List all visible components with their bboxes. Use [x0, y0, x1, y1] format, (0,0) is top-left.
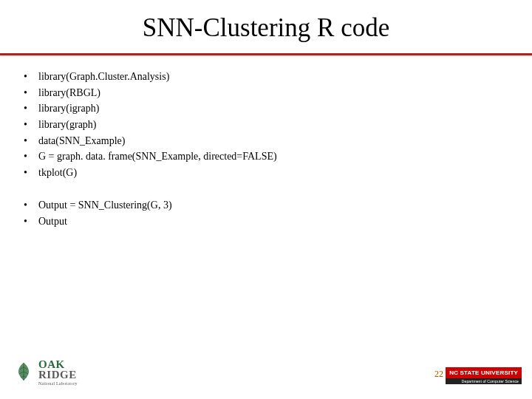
oak-logo-sub: National Laboratory — [38, 381, 78, 386]
bullet-item: • library(graph) — [22, 117, 510, 133]
content-area: • library(Graph.Cluster.Analysis) • libr… — [0, 55, 532, 229]
bullet-text: G = graph. data. frame(SNN_Example, dire… — [38, 149, 510, 165]
page-number: 22 — [434, 369, 443, 380]
bullet-text: library(Graph.Cluster.Analysis) — [38, 69, 510, 85]
bullet-dot-icon: • — [22, 85, 38, 101]
bullet-text: data(SNN_Example) — [38, 133, 510, 149]
oak-ridge-logo: OAK RIDGE National Laboratory — [13, 359, 78, 386]
bullet-item: • Output — [22, 214, 510, 230]
nc-state-sub: Department of Computer Science — [446, 378, 522, 384]
bullet-item: • library(igraph) — [22, 100, 510, 117]
bullet-dot-icon: • — [22, 100, 38, 117]
bullet-dot-icon: • — [22, 197, 38, 214]
bullet-dot-icon: • — [22, 214, 38, 230]
oak-ridge-text: OAK RIDGE National Laboratory — [38, 359, 78, 386]
bullet-text: Output = SNN_Clustering(G, 3) — [38, 197, 510, 214]
bullet-dot-icon: • — [22, 149, 38, 165]
bullet-text: Output — [38, 214, 510, 230]
bullet-item: • G = graph. data. frame(SNN_Example, di… — [22, 149, 510, 165]
bullet-item: • data(SNN_Example) — [22, 133, 510, 149]
slide: SNN-Clustering R code • library(Graph.Cl… — [0, 0, 532, 399]
nc-state-main: NC STATE UNIVERSITY — [446, 367, 522, 378]
nc-state-logo: NC STATE UNIVERSITY Department of Comput… — [446, 367, 522, 384]
bullet-item: • library(Graph.Cluster.Analysis) — [22, 69, 510, 85]
bullet-text: library(graph) — [38, 117, 510, 133]
bullet-dot-icon: • — [22, 165, 38, 181]
bullet-item: • tkplot(G) — [22, 165, 510, 181]
spacer — [22, 181, 510, 197]
bullet-item: • library(RBGL) — [22, 85, 510, 101]
bullet-dot-icon: • — [22, 117, 38, 133]
slide-title: SNN-Clustering R code — [0, 0, 532, 50]
bullet-dot-icon: • — [22, 133, 38, 149]
bullet-dot-icon: • — [22, 69, 38, 85]
bullet-text: tkplot(G) — [38, 165, 510, 181]
footer: OAK RIDGE National Laboratory 22 NC STAT… — [0, 350, 532, 390]
oak-leaf-icon — [13, 361, 34, 383]
bullet-item: • Output = SNN_Clustering(G, 3) — [22, 197, 510, 214]
bullet-text: library(RBGL) — [38, 85, 510, 101]
bullet-text: library(igraph) — [38, 100, 510, 117]
oak-logo-bottom: RIDGE — [38, 369, 78, 381]
